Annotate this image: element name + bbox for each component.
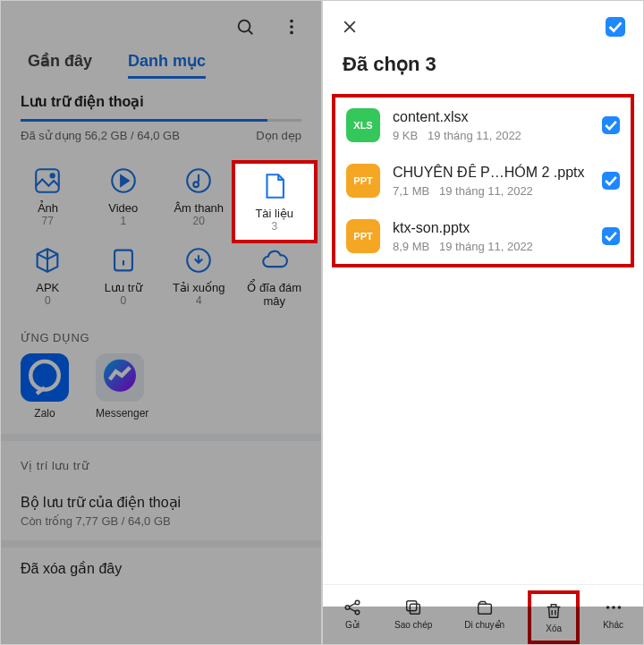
more-icon[interactable] (282, 17, 301, 37)
send-button[interactable]: Gửi (337, 594, 368, 641)
copy-button[interactable]: Sao chép (389, 594, 437, 641)
move-button[interactable]: Di chuyển (459, 594, 510, 641)
tile-cloud[interactable]: Ổ đĩa đám mây (237, 245, 313, 308)
tile-audio[interactable]: Âm thanh 20 (161, 165, 237, 238)
delete-button[interactable]: Xóa (531, 594, 576, 641)
share-icon (343, 598, 362, 617)
messenger-icon (96, 353, 144, 402)
xls-icon: XLS (346, 108, 380, 142)
svg-point-3 (290, 25, 293, 29)
app-messenger[interactable]: Messenger (96, 353, 148, 420)
tile-apk[interactable]: APK 0 (10, 245, 86, 308)
app-zalo[interactable]: Zalo (21, 353, 69, 420)
move-icon (475, 598, 495, 617)
file-row[interactable]: XLS content.xlsx 9 KB 19 tháng 11, 2022 (335, 98, 631, 153)
storage-used: Đã sử dụng 56,2 GB / 64,0 GB (21, 129, 180, 142)
svg-point-0 (239, 21, 250, 32)
phone-storage-row[interactable]: Bộ lưu trữ của điện thoại Còn trống 7,77… (1, 481, 321, 540)
svg-point-10 (194, 182, 199, 187)
selection-count: Đã chọn 3 (323, 44, 643, 94)
search-icon[interactable] (235, 17, 255, 37)
svg-marker-8 (121, 175, 129, 185)
svg-point-2 (290, 20, 293, 23)
svg-rect-5 (37, 169, 60, 192)
trash-icon (544, 601, 564, 621)
storage-location-label: Vị trí lưu trữ (1, 441, 321, 481)
svg-rect-25 (407, 601, 417, 611)
more-button[interactable]: Khác (597, 594, 629, 641)
file-checkbox[interactable] (602, 227, 620, 245)
svg-line-1 (249, 30, 252, 34)
svg-point-6 (51, 174, 55, 177)
svg-rect-24 (410, 604, 419, 614)
ppt-icon: PPT (346, 219, 380, 253)
apps-label: ỨNG DỤNG (1, 313, 321, 353)
svg-point-4 (290, 31, 293, 35)
svg-point-30 (612, 606, 615, 609)
file-row[interactable]: PPT ktx-son.pptx 8,9 MB 19 tháng 11, 202… (335, 208, 631, 264)
file-manager-categories: Gần đây Danh mục Lưu trữ điện thoại Đã s… (0, 0, 322, 645)
recently-deleted-row[interactable]: Đã xóa gần đây (1, 547, 321, 590)
svg-point-29 (606, 606, 609, 609)
ppt-icon: PPT (346, 164, 380, 198)
copy-icon (403, 598, 423, 617)
file-row[interactable]: PPT CHUYÊN ĐỀ P…HÓM 2 .pptx 7,1 MB 19 th… (335, 153, 631, 208)
tile-documents[interactable]: Tài liệu 3 (237, 165, 313, 238)
close-icon[interactable] (341, 18, 359, 36)
svg-point-31 (617, 606, 621, 609)
svg-point-15 (30, 361, 59, 390)
file-selection-screen: Đã chọn 3 XLS content.xlsx 9 KB 19 tháng… (322, 0, 644, 645)
more-horizontal-icon (604, 598, 623, 617)
tile-archive[interactable]: Lưu trữ 0 (86, 245, 162, 308)
file-checkbox[interactable] (602, 116, 620, 134)
file-list: XLS content.xlsx 9 KB 19 tháng 11, 2022 … (332, 94, 634, 267)
storage-title: Lưu trữ điện thoại (21, 93, 301, 110)
svg-line-23 (349, 608, 355, 612)
select-all-checkbox[interactable] (606, 17, 625, 37)
tile-images[interactable]: Ảnh 77 (10, 165, 86, 238)
tab-categories[interactable]: Danh mục (128, 51, 206, 79)
tab-recent[interactable]: Gần đây (28, 51, 92, 79)
svg-line-22 (349, 603, 355, 607)
bottom-action-bar: Gửi Sao chép Di chuyển Xóa Khác (323, 584, 643, 644)
zalo-icon (21, 353, 69, 402)
svg-rect-26 (478, 604, 491, 614)
file-checkbox[interactable] (602, 172, 620, 190)
cleanup-link[interactable]: Dọn dẹp (256, 129, 301, 142)
tile-downloads[interactable]: Tải xuống 4 (161, 245, 237, 308)
storage-bar (21, 119, 301, 122)
tile-video[interactable]: Video 1 (86, 165, 162, 238)
